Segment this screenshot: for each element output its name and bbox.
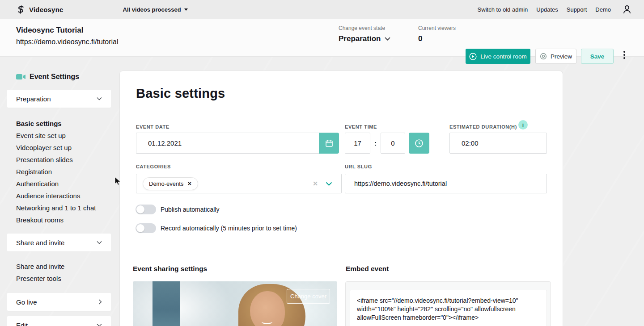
duration-label: ESTIMATED DURATION(H) — [449, 124, 517, 130]
event-time-field: : — [345, 133, 429, 154]
event-date-input[interactable] — [136, 133, 319, 154]
calendar-button[interactable] — [319, 133, 339, 154]
chevron-down-icon — [97, 323, 102, 326]
more-options-button[interactable] — [622, 51, 627, 59]
record-toggle-row: Record automatically (5 minutes prior to… — [136, 223, 297, 233]
url-slug-input[interactable] — [345, 174, 547, 193]
topbar: Videosync All videos processed Switch to… — [0, 0, 644, 19]
event-date-field — [136, 133, 339, 154]
basic-settings-panel: Basic settings EVENT DATE EVENT TIME : E… — [119, 71, 563, 326]
change-cover-button[interactable]: Change cover — [287, 289, 330, 304]
sidebar-section-share-and-invite[interactable]: Share and invite — [7, 234, 111, 251]
sidebar-item-presenter-tools[interactable]: Presenter tools — [16, 272, 111, 284]
link-support[interactable]: Support — [567, 6, 587, 13]
viewers-label: Current viewers — [418, 25, 456, 31]
mouse-cursor — [114, 176, 121, 186]
sidebar-item-registration[interactable]: Registration — [16, 166, 111, 178]
event-time-hour-input[interactable] — [345, 133, 370, 154]
duration-info-icon[interactable]: i — [518, 120, 528, 130]
preview-button[interactable]: Preview — [535, 49, 576, 64]
embed-panel: <iframe src="//demo.videosync.fi/tutoria… — [345, 281, 551, 326]
chevron-down-icon — [97, 97, 102, 100]
sidebar-item-audience-interactions[interactable]: Audience interactions — [16, 190, 111, 202]
brand[interactable]: Videosync — [16, 5, 64, 14]
videos-status-dropdown[interactable]: All videos processed — [123, 6, 188, 13]
clock-button[interactable] — [409, 133, 429, 154]
embed-event-heading: Embed event — [346, 265, 389, 273]
sidebar-item-presentation-slides[interactable]: Presentation slides — [16, 154, 111, 166]
preview-button-label: Preview — [551, 53, 572, 60]
account-button[interactable] — [623, 4, 631, 14]
sidebar-item-networking[interactable]: Networking and 1 to 1 chat — [16, 202, 111, 214]
live-control-room-button[interactable]: Live control room — [466, 49, 530, 64]
sidebar-item-breakout-rooms[interactable]: Breakout rooms — [16, 214, 111, 226]
clock-icon — [415, 139, 424, 148]
topbar-links: Switch to old admin Updates Support Demo — [478, 6, 611, 13]
event-time-minute-input[interactable] — [381, 133, 405, 154]
record-automatically-toggle[interactable] — [136, 223, 156, 233]
event-state-label: Change event state — [339, 25, 390, 31]
publish-toggle-label: Publish automatically — [161, 206, 220, 213]
event-sharing-heading: Event sharing settings — [133, 265, 207, 273]
event-state-block: Change event state Preparation — [339, 25, 390, 43]
publish-toggle-row: Publish automatically — [136, 205, 220, 214]
link-updates[interactable]: Updates — [536, 6, 558, 13]
event-cover-image: Change cover — [133, 281, 337, 326]
event-title: Videosync Tutorial — [16, 26, 84, 35]
event-header: Videosync Tutorial https://demo.videosyn… — [0, 19, 644, 57]
preparation-items: Basic settings Event site set up Videopl… — [16, 117, 111, 226]
duration-input[interactable] — [449, 133, 547, 154]
sidebar-item-videoplayer-set-up[interactable]: Videoplayer set up — [16, 142, 111, 154]
brand-name: Videosync — [29, 6, 64, 13]
current-viewers-block: Current viewers 0 — [418, 25, 456, 43]
sidebar-item-event-site-set-up[interactable]: Event site set up — [16, 130, 111, 142]
eye-icon — [540, 53, 547, 60]
play-circle-icon — [469, 53, 477, 60]
kebab-menu-icon — [623, 51, 625, 53]
select-clear-icon[interactable]: ✕ — [313, 180, 318, 187]
event-state-value: Preparation — [339, 34, 381, 43]
save-button[interactable]: Save — [581, 49, 614, 64]
sidebar-item-basic-settings[interactable]: Basic settings — [16, 117, 111, 130]
videos-status-label: All videos processed — [123, 6, 181, 13]
sidebar-title: Event Settings — [16, 73, 111, 81]
link-demo[interactable]: Demo — [595, 6, 611, 13]
videosync-logo-icon — [16, 5, 25, 14]
chevron-right-icon — [98, 299, 102, 305]
categories-label: CATEGORIES — [136, 164, 171, 169]
person-icon — [623, 4, 631, 14]
sidebar-item-authentication[interactable]: Authentication — [16, 178, 111, 190]
page-title: Basic settings — [136, 86, 225, 101]
event-url[interactable]: https://demo.videosync.fi/tutorial — [16, 38, 119, 46]
category-chip-label: Demo-events — [149, 180, 183, 187]
live-button-label: Live control room — [480, 53, 527, 60]
categories-select[interactable]: Demo-events ✕ ✕ — [136, 174, 342, 193]
event-date-label: EVENT DATE — [136, 124, 169, 130]
video-camera-icon — [16, 74, 25, 80]
sidebar-item-share-and-invite[interactable]: Share and invite — [16, 260, 111, 272]
embed-code[interactable]: <iframe src="//demo.videosync.fi/tutoria… — [350, 290, 547, 326]
category-chip: Demo-events ✕ — [143, 177, 198, 190]
publish-automatically-toggle[interactable] — [136, 205, 156, 214]
chevron-down-icon — [97, 241, 102, 244]
url-slug-label: URL SLUG — [345, 164, 372, 169]
save-button-label: Save — [590, 53, 605, 60]
sidebar-section-go-live[interactable]: Go live — [7, 293, 111, 311]
sidebar: Event Settings Preparation Basic setting… — [7, 57, 111, 326]
viewers-count: 0 — [418, 34, 456, 43]
chip-remove-icon[interactable]: ✕ — [187, 181, 191, 187]
event-time-label: EVENT TIME — [345, 124, 377, 130]
link-switch-old-admin[interactable]: Switch to old admin — [478, 6, 528, 13]
calendar-icon — [325, 139, 333, 147]
sidebar-section-preparation[interactable]: Preparation — [7, 90, 111, 108]
select-chevron-down-icon[interactable] — [326, 182, 332, 186]
event-state-select[interactable]: Preparation — [339, 34, 390, 43]
chevron-down-icon — [385, 37, 390, 41]
share-items: Share and invite Presenter tools — [16, 260, 111, 284]
sidebar-section-edit[interactable]: Edit — [7, 316, 111, 326]
time-separator: : — [374, 139, 377, 147]
caret-down-icon — [184, 8, 188, 11]
record-toggle-label: Record automatically (5 minutes prior to… — [161, 225, 297, 232]
